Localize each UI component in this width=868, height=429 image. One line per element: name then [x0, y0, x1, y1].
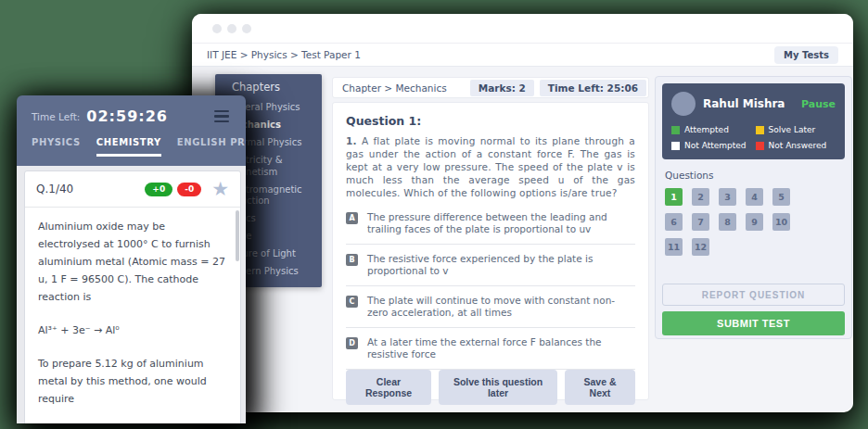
question-title: Question 1:: [346, 114, 635, 128]
window-control-dot[interactable]: [227, 24, 236, 33]
option-row[interactable]: A The pressure difference between the le…: [346, 203, 635, 245]
palette-question-cell[interactable]: 2: [692, 188, 709, 206]
question-header-bar: Chapter > Mechanics Marks: 2 Time Left: …: [332, 77, 649, 98]
window-titlebar: [192, 14, 853, 44]
status-panel: Rahul Mishra Pause Attempted: [655, 76, 852, 339]
palette-question-cell[interactable]: 10: [772, 213, 790, 231]
option-text: The resistive force experienced by the p…: [367, 253, 633, 277]
save-next-button[interactable]: Save & Next: [565, 370, 635, 405]
options-list: A The pressure difference between the le…: [346, 203, 635, 370]
legend-color-swatch: [756, 126, 764, 134]
submit-test-button[interactable]: SUBMIT TEST: [662, 311, 845, 335]
palette-question-cell[interactable]: 12: [692, 238, 709, 256]
marks-badge: Marks: 2: [470, 80, 534, 96]
palette-question-cell[interactable]: 11: [665, 238, 683, 256]
legend-label: Not Attempted: [684, 141, 746, 150]
mobile-question-number: Q.1/40: [36, 183, 73, 196]
palette-question-cell[interactable]: 3: [719, 188, 736, 206]
mobile-test-panel: Time Left: 02:59:26 PHYSICS CHEMISTRY EN…: [17, 95, 246, 423]
window-control-dot[interactable]: [212, 24, 222, 33]
option-row[interactable]: C The plate will continue to move with c…: [346, 286, 635, 328]
chapter-path: Chapter > Mechanics: [342, 82, 447, 94]
palette-question-cell[interactable]: 4: [746, 188, 763, 206]
page-background: IIT JEE > Physics > Test Paper 1 My Test…: [0, 0, 868, 429]
option-letter-badge[interactable]: D: [346, 337, 358, 349]
positive-marks-badge: +0: [145, 183, 172, 196]
subject-tab[interactable]: ENGLISH PROFICIENCY: [177, 137, 246, 157]
menu-icon[interactable]: [212, 108, 231, 125]
question-body-text: A flat plate is moving normal to its pla…: [346, 135, 635, 198]
palette-question-cell[interactable]: 7: [692, 213, 709, 231]
status-legend: Attempted Solve Later Not Attempted: [671, 125, 836, 150]
legend-label: Not Answered: [769, 141, 827, 150]
legend-color-swatch: [756, 142, 764, 150]
palette-question-cell[interactable]: 8: [719, 213, 736, 231]
user-row: Rahul Mishra Pause: [671, 92, 836, 116]
question-text: 1. A flat plate is moving normal to its …: [346, 134, 635, 199]
solve-later-button[interactable]: Solve this question later: [439, 370, 557, 405]
palette-question-cell[interactable]: 6: [665, 213, 683, 231]
mobile-question-paragraph: Aluminium oxide may be electrolysed at 1…: [38, 218, 227, 306]
option-row[interactable]: D At a later time the external force F b…: [346, 328, 635, 370]
mobile-header: Time Left: 02:59:26: [17, 95, 246, 129]
avatar: [671, 92, 696, 116]
report-question-button[interactable]: REPORT QUESTION: [662, 284, 845, 306]
questions-palette-title: Questions: [665, 170, 842, 181]
mobile-time-left-label: Time Left:: [32, 111, 80, 122]
mobile-question-card: Q.1/40 +0 -0 ★ Aluminium oxide may be el…: [24, 170, 241, 423]
legend-label: Solve Later: [769, 125, 816, 134]
option-text: At a later time the external force F bal…: [367, 336, 633, 360]
user-card: Rahul Mishra Pause Attempted: [662, 83, 845, 159]
subject-tab[interactable]: CHEMISTRY: [96, 137, 161, 157]
browser-content: Chapters General Physics Mechanics Therm…: [192, 67, 853, 411]
legend-color-swatch: [671, 126, 680, 134]
option-text: The plate will continue to move with con…: [367, 295, 633, 319]
legend-item: Attempted: [671, 125, 752, 134]
option-row[interactable]: B The resistive force experienced by the…: [346, 245, 635, 286]
clear-response-button[interactable]: Clear Response: [346, 370, 431, 405]
question-actions: Clear Response Solve this question later…: [346, 370, 635, 405]
mobile-options-list: 5.49 ˣ 10¹ C of electricity 5.49 ˣ 10⁴ C…: [25, 408, 240, 423]
mobile-timer: 02:59:26: [86, 107, 168, 125]
palette-question-cell[interactable]: 9: [746, 213, 763, 231]
mobile-marks-badges: +0 -0 ★: [145, 181, 229, 197]
option-letter-badge[interactable]: B: [346, 254, 358, 266]
questions-palette: 1 2 3 4 5 6 7 8: [662, 188, 845, 256]
palette-question-cell[interactable]: 1: [665, 188, 683, 206]
reaction-equation: Al³⁺ + 3e⁻ → Al⁰: [38, 322, 227, 339]
my-tests-button[interactable]: My Tests: [774, 46, 838, 64]
palette-question-cell[interactable]: 5: [772, 188, 790, 206]
mobile-subject-tabs: PHYSICS CHEMISTRY ENGLISH PROFICIENCY: [17, 129, 246, 157]
subject-tab[interactable]: PHYSICS: [32, 137, 81, 157]
legend-item: Solve Later: [756, 125, 836, 134]
legend-color-swatch: [671, 142, 680, 150]
scrollbar-thumb[interactable]: [236, 210, 239, 261]
pause-button[interactable]: Pause: [801, 98, 836, 110]
question-card: Question 1: 1. A flat plate is moving no…: [332, 102, 649, 400]
user-name: Rahul Mishra: [703, 97, 785, 110]
mobile-body: Q.1/40 +0 -0 ★ Aluminium oxide may be el…: [17, 166, 246, 423]
breadcrumb-bar: IIT JEE > Physics > Test Paper 1 My Test…: [192, 44, 853, 67]
browser-window: IIT JEE > Physics > Test Paper 1 My Test…: [192, 14, 853, 412]
window-control-dot[interactable]: [242, 24, 251, 33]
breadcrumb[interactable]: IIT JEE > Physics > Test Paper 1: [207, 49, 361, 60]
legend-item: Not Answered: [756, 141, 836, 150]
star-icon[interactable]: ★: [211, 181, 229, 197]
mobile-option-row[interactable]: 5.49 ˣ 10¹ C of electricity: [38, 413, 227, 423]
mobile-question-text: Aluminium oxide may be electrolysed at 1…: [25, 208, 240, 408]
option-letter-badge[interactable]: A: [346, 212, 358, 224]
negative-marks-badge: -0: [177, 183, 201, 196]
legend-label: Attempted: [684, 125, 729, 134]
legend-item: Not Attempted: [671, 141, 752, 150]
mobile-question-paragraph: To prepare 5.12 kg of aluminium metal by…: [38, 355, 227, 408]
option-letter-badge[interactable]: C: [346, 296, 358, 308]
option-text: The pressure difference between the lead…: [367, 211, 633, 235]
time-left-badge: Time Left: 25:06: [540, 80, 646, 96]
mobile-question-card-header: Q.1/40 +0 -0 ★: [25, 171, 240, 208]
question-number-prefix: 1.: [346, 135, 357, 146]
